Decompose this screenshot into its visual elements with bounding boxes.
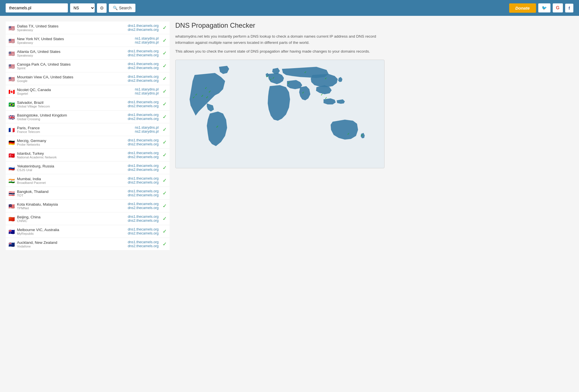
location-isp: Speakeasy [17,41,133,44]
dns2-link[interactable]: dns2.thecamels.org [128,206,159,210]
dns2-link[interactable]: dns2.thecamels.org [128,168,159,172]
dns-servers: dns1.thecamels.org dns2.thecamels.org [128,189,159,197]
dns2-link[interactable]: dns2.thecamels.org [128,53,159,57]
dns-servers: ns1.starydns.pl ns2.starydns.pl [135,87,159,95]
dns1-link[interactable]: ns1.starydns.pl [135,87,159,91]
country-flag: 🇺🇸 [8,64,15,68]
settings-button[interactable]: ⚙ [97,3,107,13]
dns2-link[interactable]: dns2.thecamels.org [128,28,159,32]
svg-text:✓: ✓ [302,91,304,94]
country-flag: 🇮🇳 [8,178,15,183]
dns1-link[interactable]: dns1.thecamels.org [128,202,159,206]
status-check-icon: ✓ [163,76,167,82]
dns-servers: dns1.thecamels.org dns2.thecamels.org [128,138,159,146]
dns1-link[interactable]: dns1.thecamels.org [128,176,159,180]
dns1-link[interactable]: dns1.thecamels.org [128,24,159,28]
location-isp: TOT [17,194,126,197]
country-flag: 🇺🇸 [8,51,15,55]
location-name: Beijing, China [17,215,126,219]
dns1-link[interactable]: dns1.thecamels.org [128,227,159,231]
country-flag: 🇩🇪 [8,140,15,145]
dns2-link[interactable]: dns2.thecamels.org [128,66,159,70]
dns1-link[interactable]: dns1.thecamels.org [128,240,159,244]
twitter-button[interactable]: 🐦 [538,3,550,12]
dns-servers: dns1.thecamels.org dns2.thecamels.org [128,75,159,83]
location-isp: TPMNet [17,206,126,210]
dns-servers: dns1.thecamels.org dns2.thecamels.org [128,176,159,184]
country-flag: 🇳🇿 [8,242,15,246]
table-row: 🇬🇧 Basingstoke, United Kingdom Global Cr… [6,111,170,123]
dns2-link[interactable]: ns2.starydns.pl [135,40,159,44]
dns2-link[interactable]: dns2.thecamels.org [128,155,159,159]
dns2-link[interactable]: dns2.thecamels.org [128,244,159,248]
location-info: Atlanta GA, United States Speakeasy [17,49,126,57]
status-check-icon: ✓ [163,101,167,107]
dns2-link[interactable]: dns2.thecamels.org [128,231,159,235]
svg-text:✓: ✓ [288,81,290,85]
search-input[interactable] [6,3,68,12]
location-info: New York NY, United States Speakeasy [17,37,133,44]
dns-servers: dns1.thecamels.org dns2.thecamels.org [128,215,159,223]
status-check-icon: ✓ [163,216,167,222]
location-info: Merzig, Germany Probe Networks [17,139,126,146]
dns2-link[interactable]: ns2.starydns.pl [135,91,159,95]
dns1-link[interactable]: dns1.thecamels.org [128,164,159,168]
dns1-link[interactable]: dns1.thecamels.org [128,189,159,193]
location-name: Nicolet QC, Canada [17,88,133,92]
location-info: Paris, France France Telecom [17,126,133,133]
facebook-button[interactable]: f [565,4,573,12]
dns1-link[interactable]: ns1.starydns.pl [135,36,159,40]
status-check-icon: ✓ [163,88,167,94]
dns2-link[interactable]: dns2.thecamels.org [128,79,159,83]
dns1-link[interactable]: dns1.thecamels.org [128,62,159,66]
svg-text:✓: ✓ [347,132,349,135]
country-flag: 🇦🇺 [8,229,15,234]
status-check-icon: ✓ [163,241,167,247]
table-row: 🇦🇺 Melbourne VIC, Australia MyRepublic d… [6,225,170,238]
table-row: 🇲🇾 Kota Kinabalu, Malaysia TPMNet dns1.t… [6,200,170,212]
dns2-link[interactable]: dns2.thecamels.org [128,104,159,108]
world-map: ✓ ✓ ✓ ✓ ✓ ✓ ✓ ✓ ✓ ✓ ✓ [175,60,384,168]
header: AAAAACNAMEMXNSPTRSOASRVTXT ⚙ 🔍 Search Do… [0,0,579,16]
location-isp: CSJS Ural [17,168,126,172]
search-icon: 🔍 [113,6,118,10]
location-isp: Speakeasy [17,28,126,32]
dns2-link[interactable]: dns2.thecamels.org [128,219,159,223]
dns1-link[interactable]: dns1.thecamels.org [128,100,159,104]
dns1-link[interactable]: dns1.thecamels.org [128,113,159,117]
record-type-select[interactable]: AAAAACNAMEMXNSPTRSOASRVTXT [70,3,95,12]
dns2-link[interactable]: dns2.thecamels.org [128,142,159,146]
location-info: Mumbai, India Broadband Pacenet [17,177,126,184]
google-icon: G [556,5,559,10]
location-info: Salvador, Brazil Global Village Telecom [17,100,126,108]
twitter-icon: 🐦 [542,5,547,10]
country-flag: 🇺🇸 [8,26,15,30]
location-info: Kota Kinabalu, Malaysia TPMNet [17,202,126,210]
location-name: Canoga Park CA, United States [17,62,126,66]
dns2-link[interactable]: dns2.thecamels.org [128,193,159,197]
google-button[interactable]: G [553,3,563,12]
dns-servers: dns1.thecamels.org dns2.thecamels.org [128,49,159,57]
dns2-link[interactable]: ns2.starydns.pl [135,130,159,133]
table-row: 🇹🇭 Bangkok, Thailand TOT dns1.thecamels.… [6,187,170,200]
country-flag: 🇨🇳 [8,217,15,221]
info-panel: DNS Propagation Checker whatsmydns.net l… [170,21,390,251]
dns1-link[interactable]: dns1.thecamels.org [128,151,159,155]
location-name: Istanbul, Turkey [17,151,126,156]
dns2-link[interactable]: dns2.thecamels.org [128,117,159,121]
dns-servers: dns1.thecamels.org dns2.thecamels.org [128,24,159,32]
table-row: 🇺🇸 Canoga Park CA, United States Sprint … [6,60,170,72]
dns2-link[interactable]: dns2.thecamels.org [128,180,159,184]
dns1-link[interactable]: dns1.thecamels.org [128,215,159,219]
dns1-link[interactable]: ns1.starydns.pl [135,126,159,130]
location-isp: Google [17,79,126,83]
svg-text:✓: ✓ [216,125,219,128]
dns-results-panel: 🇺🇸 Dallas TX, United States Speakeasy dn… [6,21,170,251]
map-svg: ✓ ✓ ✓ ✓ ✓ ✓ ✓ ✓ ✓ ✓ ✓ [178,63,381,164]
dns1-link[interactable]: dns1.thecamels.org [128,138,159,142]
status-check-icon: ✓ [163,190,167,196]
dns1-link[interactable]: dns1.thecamels.org [128,75,159,79]
search-button[interactable]: 🔍 Search [109,4,135,12]
dns1-link[interactable]: dns1.thecamels.org [128,49,159,53]
donate-button[interactable]: Donate [509,3,536,13]
